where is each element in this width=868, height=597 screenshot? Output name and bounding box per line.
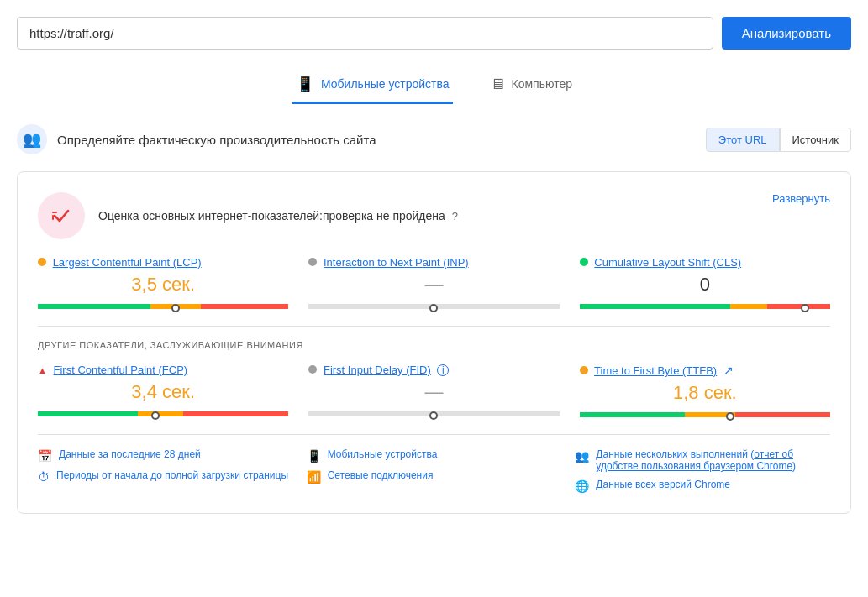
fid-link[interactable]: First Input Delay (FID) xyxy=(324,364,431,376)
cls-dot xyxy=(580,258,588,266)
cls-title: Cumulative Layout Shift (CLS) xyxy=(580,256,830,269)
footer-col1-text1: Данные за последние 28 дней xyxy=(59,448,201,460)
url-button[interactable]: Этот URL xyxy=(706,128,780,152)
lcp-bar xyxy=(38,304,288,309)
fcp-indicator xyxy=(151,411,160,420)
fcp-seg-orange xyxy=(138,411,183,416)
footer-col3: 👥 Данные нескольких выполнений (отчет об… xyxy=(575,448,830,493)
metric-inp: Interaction to Next Paint (INP) — xyxy=(308,256,559,309)
core-metrics-grid: Largest Contentful Paint (LCP) 3,5 сек. … xyxy=(38,256,830,309)
fcp-seg-green xyxy=(38,411,138,416)
inp-link[interactable]: Interaction to Next Paint (INP) xyxy=(324,256,469,269)
ttfb-seg-green xyxy=(580,412,685,417)
mobile-icon: 📱 xyxy=(296,75,314,93)
cls-bar-container xyxy=(580,304,830,309)
lcp-link[interactable]: Largest Contentful Paint (LCP) xyxy=(53,256,202,269)
ttfb-title: Time to First Byte (TTFB) ↗ xyxy=(580,364,830,377)
cls-link[interactable]: Cumulative Layout Shift (CLS) xyxy=(594,256,741,269)
ttfb-seg-red xyxy=(735,412,830,417)
fcp-triangle: ▲ xyxy=(38,365,47,375)
info-icon: 👥 xyxy=(17,124,47,154)
footer-col2-entry1: 📱 Мобильные устройства xyxy=(307,448,562,463)
metric-fcp: ▲ First Contentful Paint (FCP) 3,4 сек. xyxy=(38,364,288,417)
cls-seg-red xyxy=(767,304,830,309)
cls-seg-green xyxy=(580,304,730,309)
tab-desktop-label: Компьютер xyxy=(512,77,572,91)
info-bar: 👥 Определяйте фактическую производительн… xyxy=(17,121,851,158)
ttfb-external-icon: ↗ xyxy=(723,364,734,377)
fid-bar-container xyxy=(308,411,559,416)
footer-col3-text1: Данные нескольких выполнений (отчет об у… xyxy=(596,448,830,472)
fid-info-icon[interactable]: i xyxy=(437,364,449,376)
chrome-icon: 🌐 xyxy=(575,479,589,493)
ttfb-indicator xyxy=(726,412,734,421)
timer-icon: ⏱ xyxy=(38,470,50,484)
ttfb-value: 1,8 сек. xyxy=(580,382,830,404)
inp-bar-container xyxy=(308,304,559,309)
users-icon: 👥 xyxy=(575,449,589,463)
info-buttons: Этот URL Источник xyxy=(706,128,851,152)
footer-col1-entry1: 📅 Данные за последние 28 дней xyxy=(38,448,293,463)
metric-fid: First Input Delay (FID) i — xyxy=(308,364,559,417)
tabs-container: 📱 Мобильные устройства 🖥 Компьютер xyxy=(17,66,851,104)
expand-button[interactable]: Развернуть xyxy=(772,192,830,205)
lcp-title: Largest Contentful Paint (LCP) xyxy=(38,256,288,269)
tab-desktop[interactable]: 🖥 Компьютер xyxy=(487,66,576,104)
footer-col1-text2: Периоды от начала до полной загрузки стр… xyxy=(56,469,288,481)
lcp-value: 3,5 сек. xyxy=(38,274,288,296)
ttfb-bar xyxy=(580,412,830,417)
fid-indicator xyxy=(429,411,438,420)
fcp-link[interactable]: First Contentful Paint (FCP) xyxy=(54,364,188,376)
footer-col3-entry2: 🌐 Данные всех версий Chrome xyxy=(575,479,830,493)
lcp-dot xyxy=(38,258,46,266)
cls-bar xyxy=(580,304,830,309)
fid-title: First Input Delay (FID) i xyxy=(308,364,559,376)
fcp-seg-red xyxy=(183,411,288,416)
lcp-indicator xyxy=(171,304,180,312)
lcp-seg-green xyxy=(38,304,150,309)
footer-col3-entry1: 👥 Данные нескольких выполнений (отчет об… xyxy=(575,448,830,472)
footer-col2-text2: Сетевые подключения xyxy=(328,469,434,481)
fcp-title: ▲ First Contentful Paint (FCP) xyxy=(38,364,288,376)
info-text: Определяйте фактическую производительнос… xyxy=(57,133,376,147)
footer-col2-entry2: 📶 Сетевые подключения xyxy=(307,469,562,484)
analyze-button[interactable]: Анализировать xyxy=(722,17,851,50)
fid-value: — xyxy=(308,381,559,403)
url-input[interactable] xyxy=(17,17,713,50)
main-card: Оценка основных интернет-показателей:про… xyxy=(17,171,851,514)
ttfb-link[interactable]: Time to First Byte (TTFB) xyxy=(594,364,717,377)
network-icon: 📶 xyxy=(307,470,321,484)
cls-value: 0 xyxy=(580,274,830,296)
ttfb-dot xyxy=(580,366,588,374)
tab-mobile-label: Мобильные устройства xyxy=(321,77,450,91)
metric-lcp: Largest Contentful Paint (LCP) 3,5 сек. xyxy=(38,256,288,309)
help-icon[interactable]: ? xyxy=(452,210,458,223)
info-bar-left: 👥 Определяйте фактическую производительн… xyxy=(17,124,376,154)
footer-col2: 📱 Мобильные устройства 📶 Сетевые подключ… xyxy=(307,448,562,493)
inp-title: Interaction to Next Paint (INP) xyxy=(308,256,559,269)
inp-dot xyxy=(308,258,317,266)
section-divider xyxy=(38,326,830,327)
tab-mobile[interactable]: 📱 Мобильные устройства xyxy=(292,66,453,104)
fcp-bar-container xyxy=(38,411,288,416)
desktop-icon: 🖥 xyxy=(490,76,505,93)
assessment-icon xyxy=(38,192,85,239)
assessment-banner: Оценка основных интернет-показателей:про… xyxy=(38,192,830,239)
lcp-bar-container xyxy=(38,304,288,309)
footer-col1: 📅 Данные за последние 28 дней ⏱ Периоды … xyxy=(38,448,293,493)
mobile2-icon: 📱 xyxy=(307,449,321,463)
search-bar: Анализировать xyxy=(17,17,851,50)
lcp-seg-red xyxy=(201,304,288,309)
source-button[interactable]: Источник xyxy=(780,128,852,152)
cls-indicator xyxy=(801,304,809,312)
metric-ttfb: Time to First Byte (TTFB) ↗ 1,8 сек. xyxy=(580,364,830,417)
footer-col1-entry2: ⏱ Периоды от начала до полной загрузки с… xyxy=(38,469,293,484)
fcp-value: 3,4 сек. xyxy=(38,381,288,403)
cls-seg-orange xyxy=(730,304,768,309)
other-section-label: ДРУГИЕ ПОКАЗАТЕЛИ, ЗАСЛУЖИВАЮЩИЕ ВНИМАНИ… xyxy=(38,340,830,350)
calendar-icon: 📅 xyxy=(38,449,52,463)
assessment-status: проверка не пройдена xyxy=(323,209,445,223)
assessment-text: Оценка основных интернет-показателей:про… xyxy=(98,209,458,223)
inp-indicator xyxy=(429,304,438,312)
fcp-bar xyxy=(38,411,288,416)
